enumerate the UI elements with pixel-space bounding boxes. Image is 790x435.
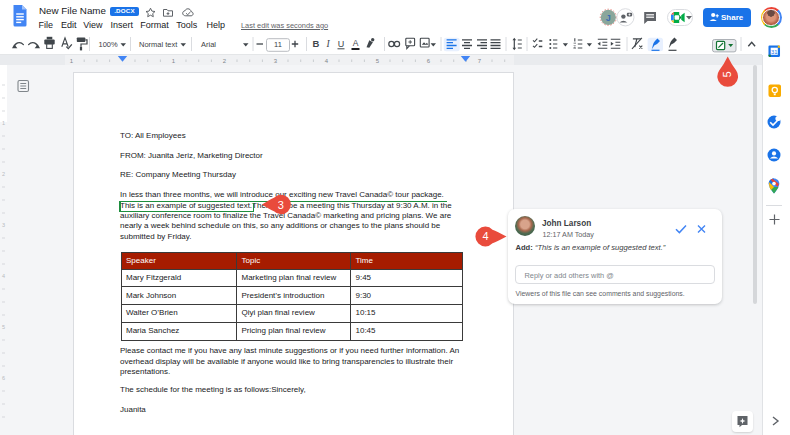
svg-text:Normal text: Normal text (139, 40, 178, 49)
svg-text:J: J (606, 13, 611, 23)
svg-text:A: A (353, 38, 359, 48)
svg-text:1: 1 (2, 120, 5, 126)
svg-text:5: 5 (721, 71, 733, 77)
svg-text:31: 31 (771, 49, 777, 55)
svg-text:B: B (313, 38, 320, 49)
svg-text:11: 11 (274, 40, 282, 49)
svg-text:3: 3 (278, 199, 284, 211)
svg-text:Arial: Arial (201, 40, 216, 49)
svg-text:4: 4 (482, 230, 488, 242)
svg-text:U: U (338, 39, 345, 49)
svg-text:100%: 100% (99, 40, 119, 49)
svg-text:2: 2 (2, 171, 5, 177)
svg-text:6: 6 (2, 375, 5, 381)
svg-text:I: I (325, 39, 330, 49)
svg-text:3: 3 (2, 222, 5, 228)
svg-text:5: 5 (2, 324, 5, 330)
svg-text:4: 4 (2, 273, 5, 279)
